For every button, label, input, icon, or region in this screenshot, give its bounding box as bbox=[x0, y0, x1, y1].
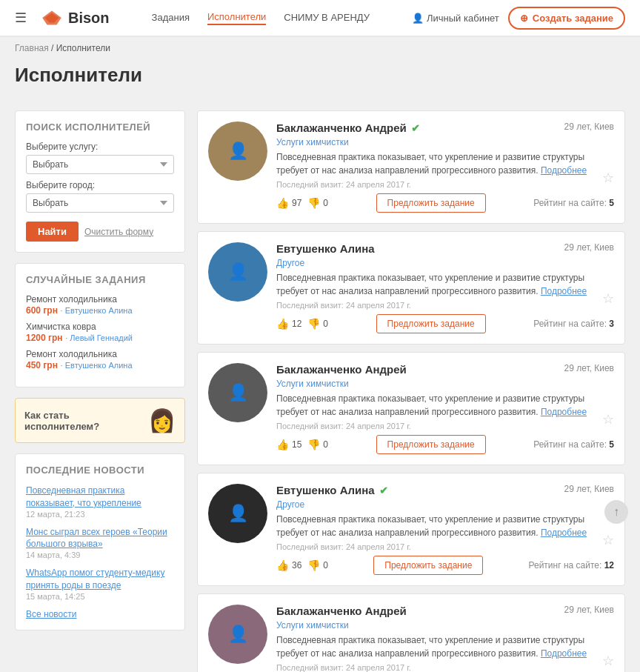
favorite-icon[interactable]: ☆ bbox=[602, 532, 614, 548]
executor-info: Евтушенко Алина 29 лет, Киев Другое Повс… bbox=[276, 242, 614, 333]
executor-avatar: 👤 bbox=[208, 605, 267, 664]
scroll-top-button[interactable]: ↑ bbox=[604, 500, 628, 524]
executor-card: 👤 Евтушенко Алина ✔ 29 лет, Киев Другое … bbox=[197, 473, 625, 586]
news-date-3: 15 марта, 14:25 bbox=[26, 592, 174, 601]
like-count: 15 bbox=[292, 439, 301, 450]
executor-age-city: 29 лет, Киев bbox=[564, 605, 614, 615]
executor-info: Баклажанченко Андрей ✔ 29 лет, Киев Услу… bbox=[276, 122, 614, 213]
verified-icon: ✔ bbox=[411, 122, 420, 134]
create-task-button[interactable]: ⊕ Создать задание bbox=[508, 7, 625, 30]
like-button[interactable]: 👍 97 bbox=[276, 197, 301, 209]
thumbs-down-icon: 👎 bbox=[307, 559, 320, 571]
news-link-1[interactable]: Повседневная практика показывает, что ук… bbox=[26, 485, 174, 510]
breadcrumb-home[interactable]: Главная bbox=[15, 43, 49, 53]
executor-more-link[interactable]: Подробнее bbox=[541, 648, 587, 659]
verified-icon: ✔ bbox=[379, 485, 388, 496]
executor-age-city: 29 лет, Киев bbox=[564, 363, 614, 373]
find-button[interactable]: Найти bbox=[26, 222, 79, 242]
news-link-2[interactable]: Монс сыграл всех героев «Теории большого… bbox=[26, 526, 174, 551]
executor-rating: Рейтинг на сайте: 12 bbox=[529, 560, 614, 570]
service-label: Выберите услугу: bbox=[26, 142, 174, 152]
executor-rating: Рейтинг на сайте: 5 bbox=[533, 198, 614, 208]
propose-task-button[interactable]: Предложить задание bbox=[376, 193, 486, 213]
favorite-icon[interactable]: ☆ bbox=[602, 411, 614, 428]
executor-last-visit: Последний визит: 24 апреля 2017 г. bbox=[276, 663, 614, 672]
executor-info: Евтушенко Алина ✔ 29 лет, Киев Другое По… bbox=[276, 484, 614, 575]
propose-task-button[interactable]: Предложить задание bbox=[373, 556, 483, 575]
task-user-link-3[interactable]: Евтушенко Алина bbox=[65, 361, 133, 370]
executor-last-visit: Последний визит: 24 апреля 2017 г. bbox=[276, 542, 614, 551]
personal-cabinet-link[interactable]: 👤 Личный кабинет bbox=[412, 13, 499, 24]
executor-more-link[interactable]: Подробнее bbox=[541, 286, 587, 296]
propose-task-button[interactable]: Предложить задание bbox=[376, 435, 486, 454]
all-news-link[interactable]: Все новости bbox=[26, 609, 76, 619]
executor-info: Баклажанченко Андрей 29 лет, Киев Услуги… bbox=[276, 605, 614, 672]
thumbs-down-icon: 👎 bbox=[307, 197, 320, 209]
dislike-count: 0 bbox=[323, 198, 328, 208]
executor-service: Другое bbox=[276, 258, 614, 268]
dislike-button[interactable]: 👎 0 bbox=[307, 197, 328, 209]
search-section-title: Поиск исполнителей bbox=[26, 122, 174, 133]
executor-card: 👤 Баклажанченко Андрей 29 лет, Киев Услу… bbox=[197, 593, 625, 672]
random-task-2: Химчистка ковра 1200 грн · Левый Геннади… bbox=[26, 322, 174, 343]
news-item-2: Монс сыграл всех героев «Теории большого… bbox=[26, 526, 174, 560]
executor-avatar: 👤 bbox=[208, 484, 267, 543]
executor-more-link[interactable]: Подробнее bbox=[541, 528, 587, 538]
favorite-icon[interactable]: ☆ bbox=[602, 290, 614, 307]
executor-last-visit: Последний визит: 24 апреля 2017 г. bbox=[276, 180, 614, 189]
executor-name: Евтушенко Алина ✔ bbox=[276, 484, 388, 496]
executor-service: Другое bbox=[276, 499, 614, 510]
dislike-button[interactable]: 👎 0 bbox=[307, 559, 328, 571]
dislike-count: 0 bbox=[323, 560, 328, 570]
executor-more-link[interactable]: Подробнее bbox=[541, 407, 587, 417]
page-title: Исполнители bbox=[15, 64, 625, 87]
propose-task-button[interactable]: Предложить задание bbox=[376, 314, 486, 333]
dislike-button[interactable]: 👎 0 bbox=[307, 318, 328, 330]
executor-name: Баклажанченко Андрей bbox=[276, 363, 407, 376]
like-button[interactable]: 👍 12 bbox=[276, 318, 301, 330]
executor-more-link[interactable]: Подробнее bbox=[541, 165, 587, 176]
executor-age-city: 29 лет, Киев bbox=[564, 484, 614, 494]
nav-ispolniteli[interactable]: Исполнители bbox=[207, 11, 266, 25]
like-button[interactable]: 👍 15 bbox=[276, 439, 301, 450]
task-price-1: 600 грн bbox=[26, 305, 58, 316]
dislike-count: 0 bbox=[323, 439, 328, 450]
favorite-icon[interactable]: ☆ bbox=[602, 170, 614, 186]
executor-rating: Рейтинг на сайте: 5 bbox=[533, 439, 614, 450]
executor-info: Баклажанченко Андрей 29 лет, Киев Услуги… bbox=[276, 363, 614, 454]
hamburger-icon[interactable]: ☰ bbox=[15, 10, 27, 26]
news-item-1: Повседневная практика показывает, что ук… bbox=[26, 485, 174, 519]
random-task-1: Ремонт холодильника 600 грн · Евтушенко … bbox=[26, 294, 174, 316]
executor-age-city: 29 лет, Киев bbox=[564, 242, 614, 253]
thumbs-down-icon: 👎 bbox=[307, 439, 320, 450]
clear-form-button[interactable]: Очистить форму bbox=[84, 222, 153, 242]
thumbs-up-icon: 👍 bbox=[276, 197, 289, 209]
news-link-3[interactable]: WhatsApp помог студенту-медику принять р… bbox=[26, 567, 174, 592]
service-select[interactable]: Выбрать bbox=[26, 155, 174, 174]
city-select[interactable]: Выбрать bbox=[26, 193, 174, 213]
task-price-2: 1200 грн bbox=[26, 333, 63, 343]
thumbs-up-icon: 👍 bbox=[276, 559, 289, 571]
thumbs-up-icon: 👍 bbox=[276, 318, 289, 330]
nav-zadaniya[interactable]: Задания bbox=[152, 12, 190, 24]
thumbs-up-icon: 👍 bbox=[276, 439, 289, 450]
logo-text: Bison bbox=[68, 10, 110, 27]
rating-value: 3 bbox=[609, 319, 614, 329]
random-task-3: Ремонт холодильника 450 грн · Евтушенко … bbox=[26, 349, 174, 370]
executor-last-visit: Последний визит: 24 апреля 2017 г. bbox=[276, 422, 614, 430]
executor-rating: Рейтинг на сайте: 3 bbox=[533, 319, 614, 329]
favorite-icon[interactable]: ☆ bbox=[602, 653, 614, 669]
nav-snimu[interactable]: СНИМУ В АРЕНДУ bbox=[284, 12, 370, 24]
dislike-button[interactable]: 👎 0 bbox=[307, 439, 328, 450]
executor-service: Услуги химчистки bbox=[276, 620, 614, 631]
task-user-link-1[interactable]: Евтушенко Алина bbox=[65, 306, 133, 315]
executor-avatar: 👤 bbox=[208, 242, 267, 302]
executor-avatar: 👤 bbox=[208, 363, 267, 422]
like-count: 12 bbox=[292, 319, 301, 329]
like-button[interactable]: 👍 36 bbox=[276, 559, 301, 571]
news-item-3: WhatsApp помог студенту-медику принять р… bbox=[26, 567, 174, 601]
task-user-link-2[interactable]: Левый Геннадий bbox=[70, 333, 133, 342]
news-date-2: 14 марта, 4:39 bbox=[26, 550, 174, 559]
executor-name: Баклажанченко Андрей bbox=[276, 605, 407, 617]
task-title-1: Ремонт холодильника bbox=[26, 294, 174, 305]
